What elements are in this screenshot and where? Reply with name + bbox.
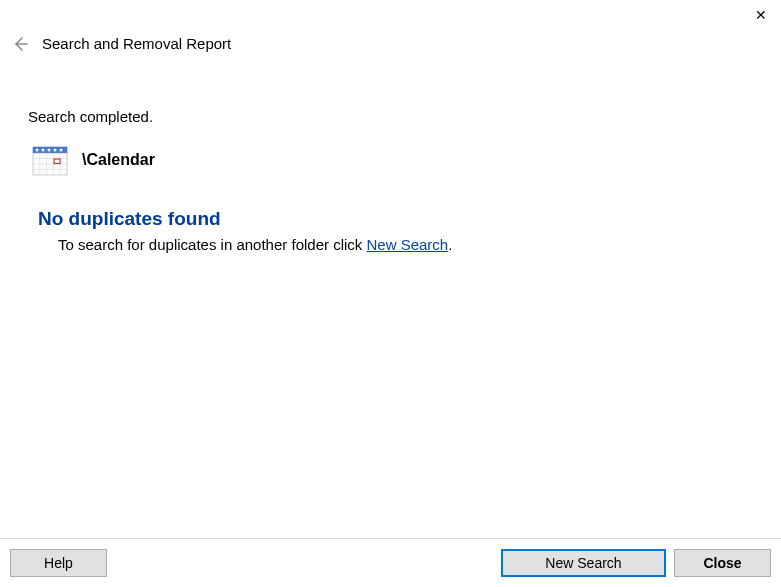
header: Search and Removal Report bbox=[0, 0, 781, 60]
help-button[interactable]: Help bbox=[10, 549, 107, 577]
content-area: Search completed. \Calendar No duplicate… bbox=[0, 60, 781, 253]
svg-point-5 bbox=[54, 149, 57, 152]
status-text: Search completed. bbox=[28, 108, 781, 125]
svg-point-2 bbox=[36, 149, 39, 152]
result-subtext: To search for duplicates in another fold… bbox=[58, 236, 781, 253]
svg-point-6 bbox=[60, 149, 63, 152]
result-sub-suffix: . bbox=[448, 236, 452, 253]
close-button[interactable]: Close bbox=[674, 549, 771, 577]
footer: Help New Search Close bbox=[0, 538, 781, 587]
back-arrow-icon[interactable] bbox=[12, 36, 28, 52]
svg-point-3 bbox=[42, 149, 45, 152]
folder-path: \Calendar bbox=[82, 151, 155, 169]
page-title: Search and Removal Report bbox=[42, 35, 231, 52]
calendar-icon bbox=[32, 143, 68, 176]
close-icon[interactable]: ✕ bbox=[755, 8, 767, 22]
svg-point-4 bbox=[48, 149, 51, 152]
footer-spacer bbox=[115, 549, 493, 577]
result-heading: No duplicates found bbox=[38, 208, 781, 230]
result-sub-prefix: To search for duplicates in another fold… bbox=[58, 236, 367, 253]
new-search-link[interactable]: New Search bbox=[367, 236, 449, 253]
folder-row: \Calendar bbox=[32, 143, 781, 176]
new-search-button[interactable]: New Search bbox=[501, 549, 666, 577]
